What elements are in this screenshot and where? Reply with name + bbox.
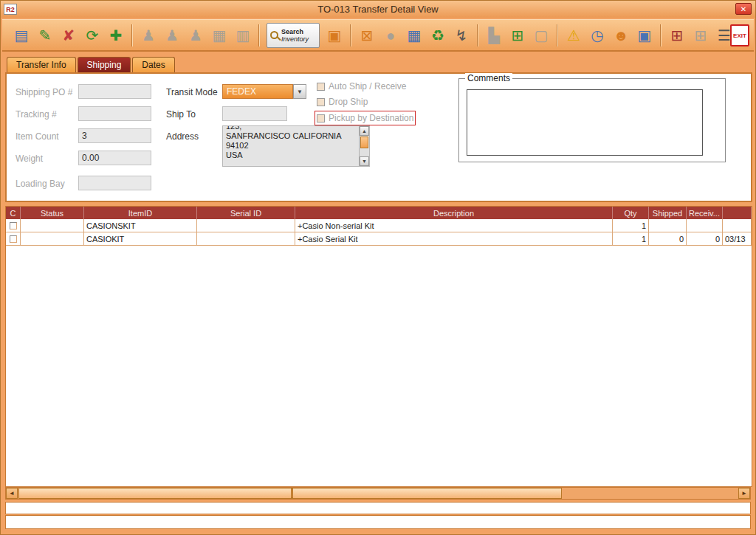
col-header-qty[interactable]: Qty	[613, 207, 649, 219]
cell-date	[723, 219, 752, 232]
address-listbox[interactable]: 123, SANFRANCISCO CALIFORNIA 94102 USA ▲…	[222, 125, 370, 167]
forklift-button[interactable]: ▙	[482, 23, 506, 48]
add-grid-button[interactable]: ⊞	[506, 23, 529, 48]
scroll-right-icon[interactable]: ►	[738, 488, 750, 499]
window-title: TO-013 Transfer Detail View	[1, 4, 755, 15]
close-button[interactable]: ✕	[735, 3, 752, 15]
scrollbar-divider	[291, 489, 293, 498]
address-line: USA	[226, 151, 356, 160]
stamp-2-button[interactable]: ♟	[160, 23, 184, 48]
item-count-field[interactable]: 3	[78, 128, 151, 143]
tab-dates[interactable]: Dates	[132, 57, 174, 73]
rock-button[interactable]: ●	[379, 23, 402, 48]
auto-ship-checkbox[interactable]	[317, 83, 325, 91]
stamp-3-icon: ♟	[189, 28, 202, 43]
weight-field[interactable]: 0.00	[78, 151, 151, 165]
stamp-1-button[interactable]: ♟	[137, 23, 160, 48]
loading-bay-field[interactable]	[78, 176, 151, 190]
drop-ship-checkbox-row: Drop Ship	[317, 97, 368, 107]
col-header-date[interactable]	[723, 207, 752, 219]
titlebar: R2 TO-013 Transfer Detail View ✕	[1, 1, 755, 18]
refresh-button[interactable]: ⟳	[80, 23, 104, 48]
scroll-up-icon[interactable]: ▲	[360, 126, 369, 136]
drop-ship-checkbox[interactable]	[317, 98, 325, 106]
cell-description: +Casio Non-serial Kit	[295, 219, 613, 232]
search-icon	[270, 31, 278, 39]
table-row[interactable]: CASIONSKIT +Casio Non-serial Kit 1	[6, 219, 752, 232]
window-button[interactable]: ▣	[633, 23, 656, 48]
package-button[interactable]: ▣	[323, 23, 346, 48]
warning-button[interactable]: ⚠	[562, 23, 585, 48]
tracking-label: Tracking #	[16, 109, 57, 120]
col-header-serial-id[interactable]: Serial ID	[197, 207, 295, 219]
grid-icon: ⊞	[671, 28, 684, 43]
row-select-checkbox[interactable]	[10, 235, 17, 243]
ship-box-button[interactable]: ⊠	[355, 23, 379, 48]
loading-bay-label: Loading Bay	[16, 179, 65, 189]
scroll-left-icon[interactable]: ◄	[6, 488, 18, 499]
close-icon: ✕	[740, 5, 746, 13]
pickup-by-destination-label: Pickup by Destination	[329, 113, 413, 123]
scroll-down-icon[interactable]: ▼	[360, 156, 369, 166]
date-stamp-button[interactable]: ▦	[207, 23, 231, 48]
tab-transfer-info[interactable]: Transfer Info	[7, 57, 76, 73]
cubes-icon: ▦	[408, 28, 422, 43]
exit-button[interactable]: EXIT	[730, 24, 749, 46]
transit-mode-value: FEDEX	[222, 84, 293, 99]
horizontal-scrollbar[interactable]: ◄ ►	[5, 487, 751, 500]
search-label-line2: Inventory	[281, 35, 309, 43]
address-line: 123,	[226, 126, 356, 131]
toolbar: ▤ ✎ ✘ ⟳ ✚ ♟ ♟ ♟ ▦ ▥ Search Inventory ▣ ⊠…	[2, 19, 754, 52]
box-button[interactable]: ▢	[529, 23, 553, 48]
clock-icon: ◷	[591, 28, 603, 43]
scrollbar-thumb[interactable]	[360, 137, 368, 148]
stamp-3-button[interactable]: ♟	[184, 23, 207, 48]
toolbar-separator	[131, 24, 133, 46]
search-inventory-button[interactable]: Search Inventory	[267, 23, 320, 48]
edit-document-icon: ✎	[39, 28, 52, 43]
cubes-button[interactable]: ▦	[402, 23, 426, 48]
recycle-box-button[interactable]: ♻	[426, 23, 450, 48]
barcode-button[interactable]: ▥	[231, 23, 255, 48]
new-document-button[interactable]: ▤	[10, 23, 33, 48]
address-scrollbar[interactable]: ▲ ▼	[359, 126, 369, 166]
tab-bar: Transfer Info Shipping Dates	[7, 57, 175, 73]
barcode-icon: ▥	[236, 28, 250, 43]
refresh-icon: ⟳	[86, 28, 99, 43]
pickup-by-destination-checkbox-row: Pickup by Destination	[317, 113, 413, 123]
tab-shipping[interactable]: Shipping	[78, 57, 131, 73]
chevron-down-icon[interactable]: ▼	[293, 84, 306, 99]
transit-mode-combo[interactable]: FEDEX ▼	[222, 84, 306, 99]
database-icon: ☰	[718, 28, 731, 43]
grid-2-button[interactable]: ⊞	[689, 23, 712, 48]
clock-button[interactable]: ◷	[585, 23, 609, 48]
delete-document-button[interactable]: ✘	[57, 23, 80, 48]
add-button[interactable]: ✚	[104, 23, 128, 48]
col-header-shipped[interactable]: Shipped	[649, 207, 687, 219]
col-header-description[interactable]: Description	[295, 207, 613, 219]
grid-button[interactable]: ⊞	[665, 23, 689, 48]
toolbar-separator	[350, 24, 351, 46]
table-row[interactable]: CASIOKIT +Casio Serial Kit 1 0 0 03/13	[6, 232, 752, 246]
col-header-c[interactable]: C	[6, 207, 21, 219]
shipping-po-label: Shipping PO #	[16, 87, 72, 97]
scanner-gun-button[interactable]: ↯	[450, 23, 473, 48]
col-header-itemid[interactable]: ItemID	[84, 207, 197, 219]
cell-status	[21, 232, 84, 246]
items-grid: C Status ItemID Serial ID Description Qt…	[5, 206, 752, 487]
people-button[interactable]: ☻	[609, 23, 633, 48]
row-select-checkbox[interactable]	[10, 222, 17, 229]
col-header-status[interactable]: Status	[21, 207, 84, 219]
item-count-label: Item Count	[16, 131, 59, 142]
ship-to-field[interactable]	[222, 106, 287, 121]
tracking-field[interactable]	[78, 106, 151, 121]
forklift-icon: ▙	[488, 28, 499, 43]
edit-document-button[interactable]: ✎	[33, 23, 57, 48]
pickup-by-destination-checkbox[interactable]	[317, 114, 325, 122]
shipping-po-field[interactable]	[78, 84, 151, 99]
col-header-received[interactable]: Receiv...	[687, 207, 723, 219]
stamp-1-icon: ♟	[142, 28, 155, 43]
comments-textarea[interactable]	[467, 89, 703, 156]
cell-shipped	[649, 219, 687, 232]
scrollbar-thumb[interactable]	[18, 488, 562, 499]
